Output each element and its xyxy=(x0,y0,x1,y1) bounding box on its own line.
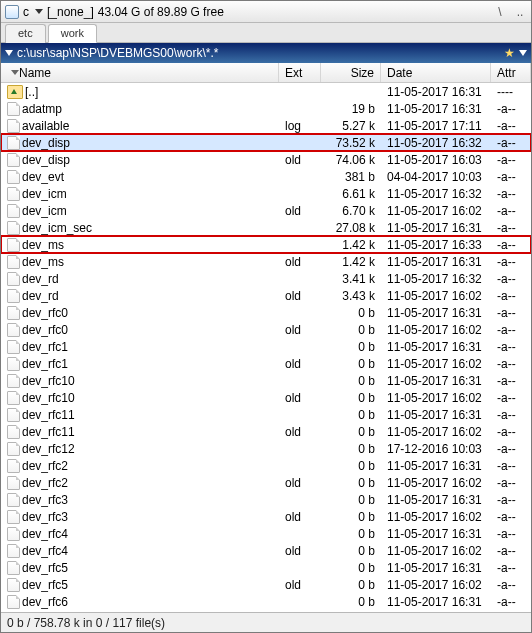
updir-button[interactable]: .. xyxy=(513,5,527,19)
file-size: 0 b xyxy=(321,459,381,473)
file-list[interactable]: [..]11-05-2017 16:31----adatmp19 b11-05-… xyxy=(1,83,531,612)
file-attr: -a-- xyxy=(491,578,531,592)
file-icon xyxy=(7,510,20,524)
file-name: dev_rfc6 xyxy=(22,595,68,609)
file-ext: old xyxy=(279,255,321,269)
file-date: 11-05-2017 16:02 xyxy=(381,204,491,218)
file-row[interactable]: dev_disp73.52 k11-05-2017 16:32-a-- xyxy=(1,134,531,151)
root-button[interactable]: \ xyxy=(493,5,507,19)
file-name: dev_icm_sec xyxy=(22,221,92,235)
file-date: 11-05-2017 16:02 xyxy=(381,578,491,592)
file-date: 11-05-2017 16:31 xyxy=(381,306,491,320)
file-row[interactable]: dev_ms1.42 k11-05-2017 16:33-a-- xyxy=(1,236,531,253)
file-name: dev_icm xyxy=(22,204,67,218)
file-row[interactable]: dev_rfc4old0 b11-05-2017 16:02-a-- xyxy=(1,542,531,559)
file-name: dev_rfc5 xyxy=(22,578,68,592)
file-name: dev_rfc10 xyxy=(22,374,75,388)
file-row[interactable]: dev_evt381 b04-04-2017 10:03-a-- xyxy=(1,168,531,185)
file-row[interactable]: dev_icmold6.70 k11-05-2017 16:02-a-- xyxy=(1,202,531,219)
file-ext: old xyxy=(279,476,321,490)
file-size: 0 b xyxy=(321,561,381,575)
file-row[interactable]: dev_rfc0old0 b11-05-2017 16:02-a-- xyxy=(1,321,531,338)
file-attr: -a-- xyxy=(491,374,531,388)
file-date: 11-05-2017 16:31 xyxy=(381,255,491,269)
file-name: dev_rfc12 xyxy=(22,442,75,456)
file-icon xyxy=(7,255,20,269)
file-row[interactable]: dev_icm6.61 k11-05-2017 16:32-a-- xyxy=(1,185,531,202)
file-row[interactable]: dev_rfc60 b11-05-2017 16:31-a-- xyxy=(1,593,531,610)
file-size: 0 b xyxy=(321,306,381,320)
file-size: 6.61 k xyxy=(321,187,381,201)
tab-etc[interactable]: etc xyxy=(5,24,46,43)
file-row[interactable]: dev_rfc10 b11-05-2017 16:31-a-- xyxy=(1,338,531,355)
file-ext: old xyxy=(279,289,321,303)
file-row[interactable]: dev_rfc5old0 b11-05-2017 16:02-a-- xyxy=(1,576,531,593)
file-attr: -a-- xyxy=(491,544,531,558)
file-name: dev_rfc0 xyxy=(22,306,68,320)
file-icon xyxy=(7,221,20,235)
file-row[interactable]: dev_dispold74.06 k11-05-2017 16:03-a-- xyxy=(1,151,531,168)
sort-arrow-icon xyxy=(11,70,19,75)
file-row[interactable]: dev_msold1.42 k11-05-2017 16:31-a-- xyxy=(1,253,531,270)
file-name: dev_rfc3 xyxy=(22,510,68,524)
drive-letter[interactable]: c xyxy=(23,5,29,19)
history-dropdown-icon[interactable] xyxy=(519,50,527,56)
file-ext: old xyxy=(279,323,321,337)
file-row[interactable]: dev_rfc30 b11-05-2017 16:31-a-- xyxy=(1,491,531,508)
file-icon xyxy=(7,323,20,337)
file-name: dev_rfc11 xyxy=(22,425,75,439)
file-icon xyxy=(7,102,20,116)
file-size: 3.41 k xyxy=(321,272,381,286)
file-name: dev_rfc4 xyxy=(22,544,68,558)
file-row[interactable]: dev_rfc3old0 b11-05-2017 16:02-a-- xyxy=(1,508,531,525)
file-size: 1.42 k xyxy=(321,255,381,269)
file-attr: -a-- xyxy=(491,391,531,405)
file-row[interactable]: dev_rd3.41 k11-05-2017 16:32-a-- xyxy=(1,270,531,287)
file-row[interactable]: dev_rfc100 b11-05-2017 16:31-a-- xyxy=(1,372,531,389)
file-row[interactable]: dev_rfc00 b11-05-2017 16:31-a-- xyxy=(1,304,531,321)
file-row[interactable]: dev_rfc11old0 b11-05-2017 16:02-a-- xyxy=(1,423,531,440)
file-attr: -a-- xyxy=(491,255,531,269)
file-ext: old xyxy=(279,153,321,167)
file-row[interactable]: adatmp19 b11-05-2017 16:31-a-- xyxy=(1,100,531,117)
file-row[interactable]: dev_icm_sec27.08 k11-05-2017 16:31-a-- xyxy=(1,219,531,236)
file-name: adatmp xyxy=(22,102,62,116)
file-row[interactable]: dev_rfc110 b11-05-2017 16:31-a-- xyxy=(1,406,531,423)
file-row[interactable]: dev_rfc10old0 b11-05-2017 16:02-a-- xyxy=(1,389,531,406)
file-row[interactable]: dev_rdold3.43 k11-05-2017 16:02-a-- xyxy=(1,287,531,304)
drive-dropdown-caret-icon[interactable] xyxy=(35,9,43,14)
file-date: 11-05-2017 16:31 xyxy=(381,493,491,507)
path-text[interactable]: c:\usr\sap\NSP\DVEBMGS00\work\*.* xyxy=(17,46,218,60)
header-ext[interactable]: Ext xyxy=(279,63,321,82)
header-attr[interactable]: Attr xyxy=(491,63,531,82)
file-row[interactable]: availablelog5.27 k11-05-2017 17:11-a-- xyxy=(1,117,531,134)
file-attr: -a-- xyxy=(491,136,531,150)
file-row[interactable]: dev_rfc2old0 b11-05-2017 16:02-a-- xyxy=(1,474,531,491)
file-row[interactable]: dev_rfc50 b11-05-2017 16:31-a-- xyxy=(1,559,531,576)
file-name: dev_rfc2 xyxy=(22,459,68,473)
file-attr: -a-- xyxy=(491,510,531,524)
file-row[interactable]: dev_rfc120 b17-12-2016 10:03-a-- xyxy=(1,440,531,457)
file-name: dev_rfc4 xyxy=(22,527,68,541)
file-ext: old xyxy=(279,578,321,592)
tab-work[interactable]: work xyxy=(48,24,97,43)
updir-row[interactable]: [..]11-05-2017 16:31---- xyxy=(1,83,531,100)
file-attr: -a-- xyxy=(491,289,531,303)
header-name[interactable]: Name xyxy=(1,63,279,82)
favorite-star-icon[interactable]: ★ xyxy=(504,46,515,60)
file-row[interactable]: dev_rfc20 b11-05-2017 16:31-a-- xyxy=(1,457,531,474)
header-size[interactable]: Size xyxy=(321,63,381,82)
file-row[interactable]: dev_rfc40 b11-05-2017 16:31-a-- xyxy=(1,525,531,542)
file-name: dev_ms xyxy=(22,238,64,252)
dropdown-triangle-icon[interactable] xyxy=(5,50,13,56)
file-attr: -a-- xyxy=(491,408,531,422)
file-date: 04-04-2017 10:03 xyxy=(381,170,491,184)
header-date[interactable]: Date xyxy=(381,63,491,82)
file-icon xyxy=(7,442,20,456)
file-date: 11-05-2017 16:31 xyxy=(381,340,491,354)
file-date: 11-05-2017 16:31 xyxy=(381,408,491,422)
file-row[interactable]: dev_rfc1old0 b11-05-2017 16:02-a-- xyxy=(1,355,531,372)
updir-folder-icon xyxy=(7,85,23,99)
file-size: 0 b xyxy=(321,527,381,541)
file-date: 11-05-2017 16:02 xyxy=(381,323,491,337)
